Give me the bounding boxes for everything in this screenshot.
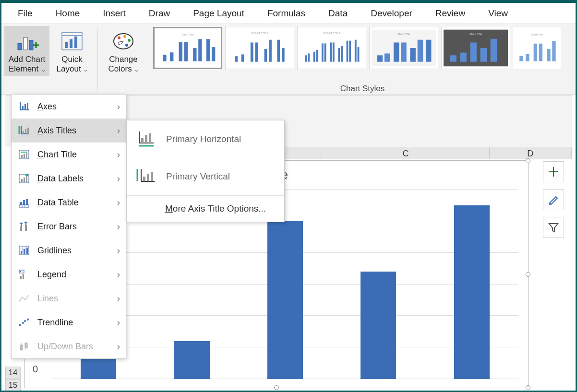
more-axis-title-options[interactable]: More Axis Title Options... (127, 196, 284, 222)
svg-rect-95 (23, 200, 25, 205)
menu-item-data-labels[interactable]: Data Labels› (12, 166, 126, 190)
col-header-d[interactable]: D (490, 147, 571, 159)
chevron-right-icon: › (117, 174, 120, 184)
menu-label: Axis Titles (37, 126, 76, 136)
chart-bar[interactable] (454, 205, 490, 379)
svg-rect-70 (552, 41, 555, 61)
svg-rect-47 (358, 47, 360, 62)
svg-rect-92 (26, 176, 27, 182)
svg-rect-94 (20, 202, 22, 205)
svg-point-11 (118, 36, 120, 39)
menu-item-axis-titles[interactable]: Axis Titles› (12, 119, 126, 143)
svg-rect-111 (21, 251, 22, 254)
chart-style-4[interactable]: Chart Title (369, 27, 438, 69)
svg-rect-37 (316, 50, 318, 62)
svg-rect-43 (341, 46, 343, 62)
tab-data[interactable]: Data (317, 3, 359, 24)
chevron-right-icon: › (117, 318, 120, 328)
col-header-c[interactable]: C (322, 147, 490, 159)
row-header-15[interactable]: 15 (5, 379, 21, 392)
tab-file[interactable]: File (6, 3, 44, 24)
quick-layout-button[interactable]: Quick Layout ⌵ (49, 26, 95, 76)
chart-elements-button[interactable] (543, 161, 564, 182)
svg-text:Chart Title: Chart Title (397, 33, 410, 36)
change-colors-button[interactable]: Change Colors ⌵ (101, 26, 146, 76)
svg-rect-96 (26, 199, 28, 205)
svg-rect-18 (179, 42, 182, 61)
menu-icon (17, 197, 31, 208)
tab-insert[interactable]: Insert (91, 3, 137, 24)
svg-rect-40 (330, 43, 332, 62)
svg-rect-19 (184, 42, 188, 61)
chart-filters-button[interactable] (543, 217, 564, 238)
svg-rect-137 (147, 174, 149, 181)
svg-rect-35 (308, 53, 310, 61)
svg-rect-7 (70, 39, 72, 48)
svg-rect-83 (27, 128, 29, 134)
chart-styles-button[interactable] (543, 189, 564, 210)
menu-label: Error Bars (37, 222, 77, 232)
chart-styles-group: Chart Title CHART TITLE CHART TITLE Char… (149, 24, 576, 95)
svg-rect-8 (74, 36, 77, 48)
tab-draw[interactable]: Draw (137, 3, 181, 24)
primary-vertical-item[interactable]: Primary Vertical (127, 158, 284, 195)
svg-point-13 (128, 39, 131, 42)
chart-bar[interactable] (361, 272, 396, 379)
menu-icon (17, 125, 31, 136)
tab-review[interactable]: Review (424, 3, 477, 24)
menu-icon (17, 269, 31, 280)
chart-style-1[interactable]: Chart Title (153, 27, 222, 69)
svg-rect-66 (526, 54, 529, 61)
chevron-right-icon: › (117, 126, 120, 136)
tab-view[interactable]: View (477, 3, 519, 24)
menu-icon (17, 221, 31, 232)
svg-rect-22 (206, 39, 210, 61)
chart-style-2[interactable]: CHART TITLE (225, 27, 294, 69)
svg-rect-32 (282, 48, 285, 62)
menu-item-chart-title[interactable]: Chart Title› (12, 143, 126, 166)
svg-rect-113 (26, 248, 28, 254)
tab-developer[interactable]: Developer (359, 3, 424, 24)
row-headers: 14 15 (5, 367, 21, 392)
svg-rect-56 (426, 40, 431, 62)
menu-item-gridlines[interactable]: Gridlines› (12, 238, 126, 262)
svg-rect-50 (377, 55, 382, 61)
axis-vertical-icon (136, 167, 156, 187)
svg-rect-23 (212, 47, 215, 61)
svg-rect-91 (24, 178, 25, 182)
primary-horizontal-item[interactable]: Primary Horizontal (127, 120, 284, 158)
menu-item-axes[interactable]: Axes› (12, 95, 126, 119)
row-header-14[interactable]: 14 (5, 367, 21, 379)
tab-formulas[interactable]: Formulas (256, 3, 317, 24)
chart-bar[interactable] (174, 341, 210, 379)
menu-label: Up/Down Bars (37, 342, 93, 352)
add-chart-element-button[interactable]: Add Chart Element ⌵ (4, 26, 49, 76)
chevron-right-icon: › (117, 342, 120, 352)
svg-rect-61 (470, 43, 477, 62)
menu-item-legend[interactable]: Legend› (12, 262, 126, 286)
svg-rect-117 (20, 271, 21, 272)
svg-text:CHART TITLE: CHART TITLE (251, 32, 269, 35)
tab-home[interactable]: Home (44, 3, 92, 24)
menu-item-trendline[interactable]: Trendline› (12, 310, 126, 334)
menu-item-error-bars[interactable]: Error Bars› (12, 214, 126, 238)
svg-rect-68 (539, 44, 542, 61)
menu-label: Axes (37, 102, 57, 112)
svg-rect-55 (418, 40, 423, 62)
svg-rect-101 (25, 225, 27, 231)
svg-rect-76 (24, 104, 26, 110)
svg-point-14 (125, 44, 128, 47)
tab-page-layout[interactable]: Page Layout (181, 3, 256, 24)
chart-style-6[interactable]: Chart Title (513, 27, 561, 69)
menu-item-data-table[interactable]: Data Table› (12, 190, 126, 214)
chart-bar[interactable] (267, 221, 303, 379)
svg-rect-114 (20, 276, 22, 279)
chart-style-5[interactable]: Chart Title (441, 27, 510, 69)
svg-rect-53 (401, 43, 406, 62)
svg-rect-54 (410, 48, 415, 62)
caret-down-icon: ⌵ (42, 66, 45, 73)
svg-rect-87 (24, 154, 25, 158)
chart-style-3[interactable]: CHART TITLE (297, 27, 366, 69)
svg-rect-38 (322, 43, 324, 61)
menu-item-up-down-bars: Up/Down Bars› (12, 334, 126, 358)
